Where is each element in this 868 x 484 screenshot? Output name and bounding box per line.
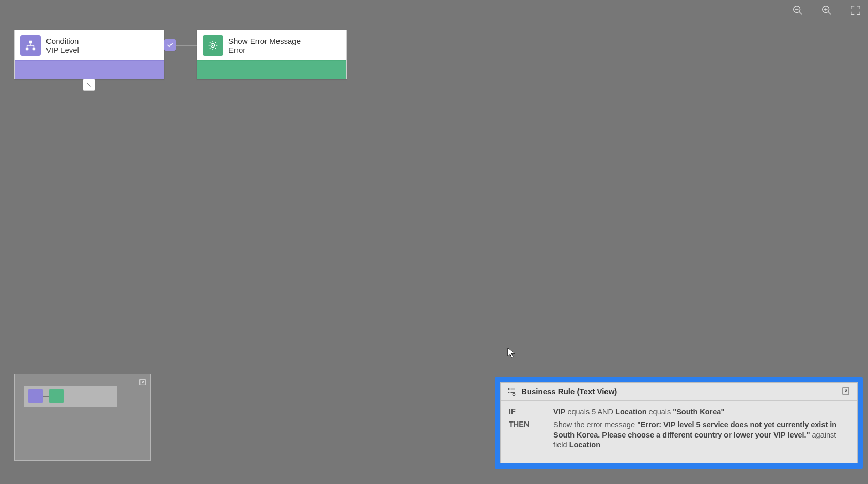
svg-line-1	[799, 12, 802, 15]
svg-point-19	[513, 393, 515, 396]
node-strip	[197, 60, 346, 79]
svg-rect-8	[26, 48, 29, 51]
textview-then-row: THEN Show the error message "Error: VIP …	[509, 420, 849, 450]
textview-header: Business Rule (Text View)	[501, 383, 857, 401]
textview-expand-button[interactable]	[842, 387, 851, 396]
svg-rect-9	[33, 48, 35, 51]
node-header: Condition VIP Level	[15, 30, 164, 60]
minimap-connector	[43, 396, 49, 397]
minimap-expand-button[interactable]	[138, 378, 147, 387]
then-expression: Show the error message "Error: VIP level…	[553, 420, 849, 450]
minimap-action-node	[49, 389, 64, 403]
node-title: Show Error Message	[228, 37, 301, 45]
false-branch-button[interactable]	[83, 79, 95, 91]
textview-if-row: IF VIP equals 5 AND Location equals "Sou…	[509, 407, 849, 417]
textview-highlight: Business Rule (Text View) IF VIP equals …	[495, 377, 863, 469]
then-field: Location	[569, 441, 600, 449]
fullscreen-button[interactable]	[848, 3, 863, 18]
minimap[interactable]	[14, 374, 151, 461]
then-lead: Show the error message	[553, 420, 637, 429]
if-op-1: equals 5 AND	[565, 408, 615, 416]
textview-title: Business Rule (Text View)	[521, 387, 617, 396]
true-branch-badge[interactable]	[164, 39, 176, 51]
minimap-viewport	[24, 386, 117, 407]
if-keyword: IF	[509, 407, 539, 415]
if-op-2: equals	[647, 408, 673, 416]
textview-panel[interactable]: Business Rule (Text View) IF VIP equals …	[500, 382, 858, 463]
zoom-out-icon	[792, 5, 803, 16]
condition-node[interactable]: Condition VIP Level	[14, 30, 164, 79]
check-icon	[166, 41, 174, 49]
fullscreen-icon	[850, 5, 861, 16]
node-title: Condition	[46, 37, 79, 45]
then-keyword: THEN	[509, 420, 539, 428]
canvas-toolbar	[791, 3, 863, 18]
expand-icon	[139, 379, 146, 386]
zoom-in-icon	[821, 5, 832, 16]
minimap-condition-node	[28, 389, 43, 403]
node-subtitle: Error	[228, 45, 301, 54]
action-node[interactable]: Show Error Message Error	[197, 30, 347, 79]
mouse-cursor	[507, 347, 516, 358]
x-icon	[86, 82, 92, 88]
node-subtitle: VIP Level	[46, 45, 79, 54]
node-header: Show Error Message Error	[197, 30, 346, 60]
if-value-2: "South Korea"	[673, 408, 724, 416]
textview-icon	[507, 387, 516, 396]
branch-icon	[20, 35, 41, 56]
svg-line-4	[828, 12, 831, 15]
svg-point-11	[212, 45, 214, 46]
if-field-2: Location	[615, 408, 646, 416]
node-strip	[15, 60, 164, 79]
svg-rect-15	[508, 388, 509, 390]
if-field-1: VIP	[553, 408, 565, 416]
textview-body: IF VIP equals 5 AND Location equals "Sou…	[501, 401, 857, 463]
zoom-in-button[interactable]	[819, 3, 834, 18]
gear-eye-icon	[203, 35, 223, 56]
svg-rect-7	[29, 41, 32, 44]
if-expression: VIP equals 5 AND Location equals "South …	[553, 407, 849, 417]
expand-icon	[842, 387, 850, 395]
svg-rect-16	[508, 392, 509, 393]
zoom-out-button[interactable]	[791, 3, 805, 18]
